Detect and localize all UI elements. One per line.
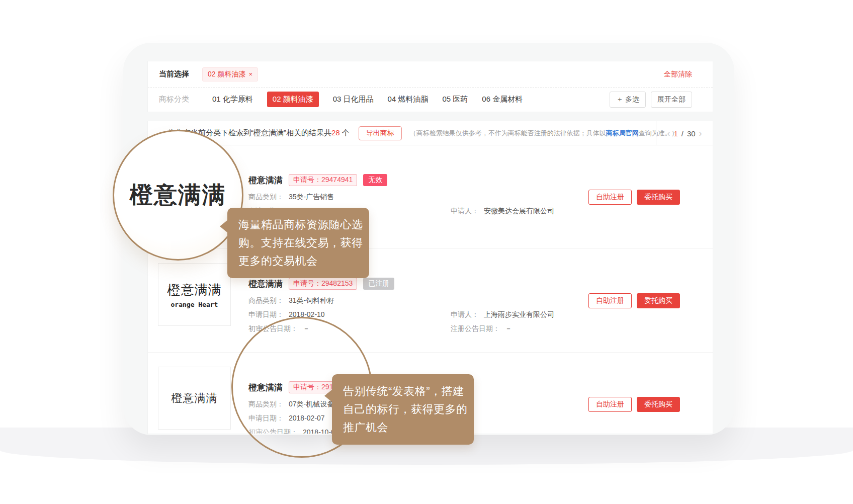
trademark-image-cn-text: 橙意满满 [167,281,222,299]
screenshot-stage: 当前选择 02 颜料油漆 × 全部清除 商标分类 01 化学原料 02 颜料油漆… [0,0,853,504]
selected-filter-tag-label: 02 颜料油漆 [208,70,245,79]
applicant-value: 安徽美达会展有限公司 [484,207,554,215]
self-register-button[interactable]: 自助注册 [588,397,632,412]
tooltip-arrow-left-icon [324,389,332,402]
category-field-label: 商品类别： [248,193,284,201]
current-page: 1 [673,129,677,138]
entrust-buy-button[interactable]: 委托购买 [637,190,680,205]
row2-category-line: 商品类别：31类-饲料种籽 [248,296,334,305]
row1-category-line: 商品类别：35类-广告销售 [248,193,334,202]
row2-title-line: 橙意满满 申请号：29482153 已注册 [248,278,394,290]
results-bar: 为您在当前分类下检索到“橙意满满”相关的结果共28 个 导出商标 （商标检索结果… [148,121,713,145]
apply-date-value: 2018-02-07 [289,414,325,422]
applicant-value: 上海雨步实业有限公司 [484,310,554,318]
trademark-image-cn-text: 橙意满满 [172,391,218,406]
status-badge-registered: 已注册 [363,278,394,290]
apply-date-label: 申请日期： [248,310,284,318]
export-trademarks-button[interactable]: 导出商标 [359,126,402,140]
trademark-image-2: 橙意满满 orange Heart [158,263,231,326]
total-pages: 30 [687,129,696,138]
tooltip-line: 更多的交易机会 [238,252,358,270]
application-number-tag: 申请号：29482153 [289,278,357,290]
expand-all-button[interactable]: 展开全部 [651,92,692,108]
remove-filter-icon[interactable]: × [248,70,252,78]
applicant-label: 申请人： [451,207,479,215]
applicant-label: 申请人： [451,310,479,318]
trademark-office-link[interactable]: 商标局官网 [606,129,639,137]
first-notice-value: － [303,324,310,332]
category-field-value: 31类-饲料种籽 [289,296,334,304]
first-notice-label: 初审公告日期： [248,324,298,332]
next-page-icon[interactable]: › [699,129,702,138]
prev-page-icon[interactable]: ‹ [667,129,670,138]
results-count-suffix: 个 [340,128,350,137]
multi-select-button[interactable]: ＋ 多选 [610,92,646,108]
trademark-name: 橙意满满 [248,382,283,393]
row2-date-line: 申请日期：2018-02-10申请人：上海雨步实业有限公司 [248,310,554,319]
first-notice-label: 初审公告日期： [248,428,298,434]
page-separator: / [681,129,684,138]
category-item-03[interactable]: 03 日化用品 [333,95,374,104]
current-selection-label: 当前选择 [159,69,189,79]
category-field-value: 35类-广告销售 [289,193,334,201]
trademark-image-3: 橙意满满 [158,367,231,430]
entrust-buy-button[interactable]: 委托购买 [637,293,680,308]
trademark-image-en-text: orange Heart [171,301,218,308]
tooltip-marketplace: 海量精品商标资源随心选 购。支持在线交易，获得 更多的交易机会 [227,208,369,278]
row3-category-line: 商品类别：07类-机械设备 [248,400,334,409]
results-disclaimer: （商标检索结果仅供参考，不作为商标能否注册的法律依据；具体以商标局官网查询为准。… [410,129,678,138]
tooltip-line: 购。支持在线交易，获得 [238,234,358,252]
tooltip-arrow-left-icon [220,220,228,233]
category-row-label: 商标分类 [159,95,189,104]
row1-title-line: 橙意满满 申请号：29474941 无效 [248,174,387,186]
category-item-05[interactable]: 05 医药 [442,95,468,104]
results-count: 28 [331,128,340,137]
magnified-trademark-text: 橙意满满 [130,180,226,211]
row3-actions: 自助注册 委托购买 [588,397,680,412]
current-selection-row: 当前选择 02 颜料油漆 × 全部清除 [148,61,713,88]
tooltip-line: 海量精品商标资源随心选 [238,216,358,234]
reg-notice-value: － [505,324,512,332]
row2-actions: 自助注册 委托购买 [588,293,680,308]
magnifier-circle-1: 橙意满满 [113,130,243,261]
category-field-label: 商品类别： [248,400,284,408]
clear-all-button[interactable]: 全部清除 [664,70,692,79]
category-item-01[interactable]: 01 化学原料 [212,95,253,104]
trademark-name: 橙意满满 [248,175,283,186]
row3-notice-line: 初审公告日期：2018-10-06 [248,428,339,434]
self-register-button[interactable]: 自助注册 [588,293,632,308]
filter-panel: 当前选择 02 颜料油漆 × 全部清除 商标分类 01 化学原料 02 颜料油漆… [147,61,713,112]
status-badge-invalid: 无效 [363,174,387,186]
category-tools: ＋ 多选 展开全部 [610,92,692,108]
self-register-button[interactable]: 自助注册 [588,190,632,205]
entrust-buy-button[interactable]: 委托购买 [637,397,680,412]
row1-actions: 自助注册 委托购买 [588,190,680,205]
application-number-tag: 申请号：29474941 [289,174,357,186]
selected-filter-tag[interactable]: 02 颜料油漆 × [202,67,258,81]
row2-notice-line: 初审公告日期：－注册公告日期：－ [248,324,512,333]
apply-date-label: 申请日期： [248,414,284,422]
tooltip-line: 自己的标行，获得更多的 [343,400,463,418]
tooltip-promotion: 告别传统“发表格”，搭建 自己的标行，获得更多的 推广机会 [332,374,474,445]
tooltip-line: 告别传统“发表格”，搭建 [343,382,463,400]
row3-date-line: 申请日期：2018-02-07 [248,414,325,423]
category-item-06[interactable]: 06 金属材料 [482,95,523,104]
category-list: 01 化学原料 02 颜料油漆 03 日化用品 04 燃料油脂 05 医药 06… [212,92,523,107]
category-item-02-selected[interactable]: 02 颜料油漆 [267,92,319,107]
tooltip-line: 推广机会 [343,418,463,437]
category-row: 商标分类 01 化学原料 02 颜料油漆 03 日化用品 04 燃料油脂 05 … [148,87,713,112]
disclaimer-pre: （商标检索结果仅供参考，不作为商标能否注册的法律依据；具体以 [410,129,606,137]
trademark-name: 橙意满满 [248,278,283,290]
pagination: ‹ 1 / 30 › [656,121,713,145]
reg-notice-label: 注册公告日期： [451,324,500,332]
category-item-04[interactable]: 04 燃料油脂 [388,95,429,104]
apply-date-value: 2018-02-10 [289,310,325,318]
category-field-label: 商品类别： [248,296,284,304]
